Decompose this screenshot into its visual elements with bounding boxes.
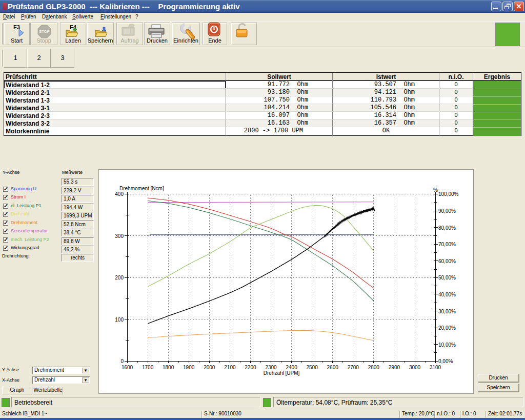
svg-text:100: 100 bbox=[115, 317, 124, 323]
svg-text:0,00%: 0,00% bbox=[438, 358, 453, 364]
svg-text:2000: 2000 bbox=[204, 365, 215, 370]
svg-text:2700: 2700 bbox=[348, 365, 359, 370]
svg-text:100,00%: 100,00% bbox=[438, 191, 459, 197]
svg-text:2900: 2900 bbox=[389, 365, 400, 370]
svg-text:90,00%: 90,00% bbox=[438, 208, 456, 214]
svg-text:200: 200 bbox=[115, 275, 124, 281]
svg-text:1700: 1700 bbox=[142, 365, 154, 370]
svg-text:%: % bbox=[433, 187, 438, 193]
svg-text:3000: 3000 bbox=[409, 365, 421, 370]
svg-text:2500: 2500 bbox=[306, 365, 318, 370]
svg-text:Drehzahl [UPM]: Drehzahl [UPM] bbox=[264, 370, 300, 376]
svg-text:2200: 2200 bbox=[245, 365, 256, 370]
svg-text:Drehmoment [Ncm]: Drehmoment [Ncm] bbox=[119, 186, 164, 191]
svg-text:1800: 1800 bbox=[163, 365, 174, 370]
svg-text:30,00%: 30,00% bbox=[438, 309, 456, 314]
svg-text:2300: 2300 bbox=[265, 365, 277, 370]
svg-text:10,00%: 10,00% bbox=[438, 342, 456, 348]
svg-text:50,00%: 50,00% bbox=[438, 275, 456, 281]
svg-text:1600: 1600 bbox=[122, 365, 133, 370]
svg-text:40,00%: 40,00% bbox=[438, 292, 456, 297]
svg-text:300: 300 bbox=[115, 233, 124, 239]
svg-text:2800: 2800 bbox=[368, 365, 380, 370]
svg-text:2600: 2600 bbox=[327, 365, 339, 370]
svg-text:80,00%: 80,00% bbox=[438, 225, 456, 231]
svg-text:60,00%: 60,00% bbox=[438, 258, 456, 264]
svg-text:1900: 1900 bbox=[183, 365, 195, 370]
svg-text:400: 400 bbox=[115, 191, 124, 197]
svg-text:70,00%: 70,00% bbox=[438, 242, 456, 247]
svg-text:20,00%: 20,00% bbox=[438, 325, 456, 331]
svg-text:3100: 3100 bbox=[430, 365, 441, 370]
svg-text:2100: 2100 bbox=[224, 365, 236, 370]
svg-text:2400: 2400 bbox=[286, 365, 297, 370]
svg-text:0: 0 bbox=[120, 358, 124, 364]
